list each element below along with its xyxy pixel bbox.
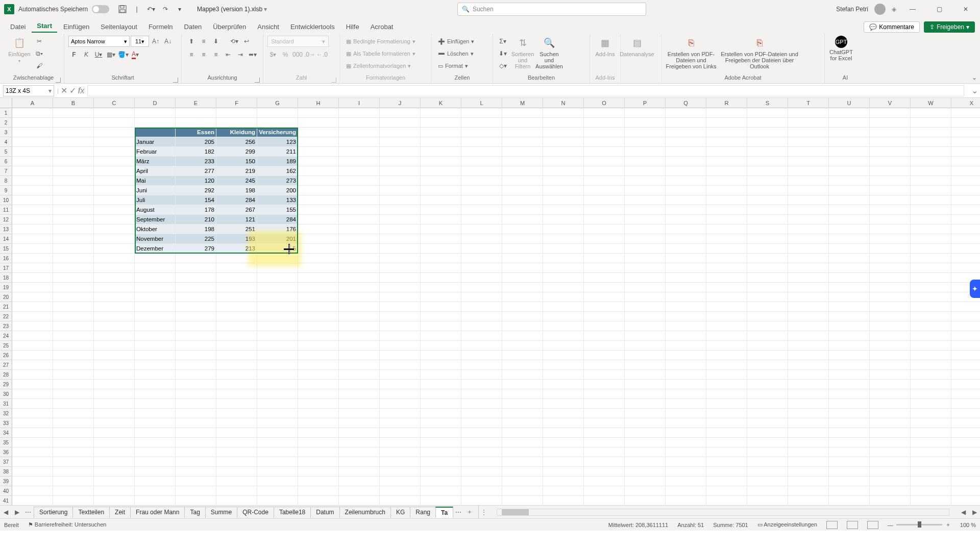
cell-T17[interactable] <box>788 263 829 273</box>
cell-E6[interactable]: 233 <box>176 157 216 166</box>
col-header-J[interactable]: J <box>380 98 421 108</box>
cell-B13[interactable] <box>53 224 94 234</box>
cell-D23[interactable] <box>135 321 176 331</box>
cell-B19[interactable] <box>53 283 94 292</box>
cell-M7[interactable] <box>502 166 543 176</box>
col-header-O[interactable]: O <box>584 98 625 108</box>
cell-J36[interactable] <box>380 447 421 457</box>
cell-S34[interactable] <box>747 428 788 438</box>
cell-G34[interactable] <box>257 428 298 438</box>
col-header-G[interactable]: G <box>257 98 298 108</box>
cell-D6[interactable]: März <box>135 157 176 166</box>
cell-B29[interactable] <box>53 380 94 389</box>
cell-U25[interactable] <box>829 341 870 350</box>
cell-E33[interactable] <box>176 418 216 428</box>
cell-K10[interactable] <box>421 195 461 205</box>
cell-E19[interactable] <box>176 283 216 292</box>
cell-U13[interactable] <box>829 224 870 234</box>
cell-P38[interactable] <box>625 467 666 477</box>
cell-H28[interactable] <box>298 370 339 380</box>
cell-O26[interactable] <box>584 350 625 360</box>
cell-W36[interactable] <box>911 447 951 457</box>
cell-N11[interactable] <box>543 205 584 215</box>
cell-K2[interactable] <box>421 118 461 128</box>
cell-B24[interactable] <box>53 331 94 341</box>
cell-X1[interactable] <box>951 108 980 118</box>
cell-P17[interactable] <box>625 263 666 273</box>
cell-F29[interactable] <box>216 380 257 389</box>
cell-K9[interactable] <box>421 186 461 195</box>
cell-C11[interactable] <box>94 205 135 215</box>
cell-B3[interactable] <box>53 128 94 137</box>
cell-K11[interactable] <box>421 205 461 215</box>
cell-J12[interactable] <box>380 215 421 224</box>
cell-A39[interactable] <box>12 477 53 486</box>
cell-Q5[interactable] <box>666 147 706 157</box>
cell-S14[interactable] <box>747 234 788 244</box>
cell-B12[interactable] <box>53 215 94 224</box>
col-header-W[interactable]: W <box>911 98 951 108</box>
sheet-nav-prev[interactable]: ◀ <box>0 509 11 516</box>
cell-B40[interactable] <box>53 486 94 496</box>
cell-O41[interactable] <box>584 496 625 505</box>
cell-B2[interactable] <box>53 118 94 128</box>
cell-H32[interactable] <box>298 409 339 418</box>
cell-V25[interactable] <box>870 341 911 350</box>
scroll-right[interactable]: ▶ <box>969 509 980 516</box>
cell-C40[interactable] <box>94 486 135 496</box>
cell-T34[interactable] <box>788 428 829 438</box>
cell-W5[interactable] <box>911 147 951 157</box>
cell-U1[interactable] <box>829 108 870 118</box>
row-header-26[interactable]: 26 <box>0 350 12 360</box>
row-header-19[interactable]: 19 <box>0 283 12 292</box>
cell-M8[interactable] <box>502 176 543 186</box>
cell-R22[interactable] <box>706 312 747 321</box>
conditional-formatting[interactable]: ▦ Bedingte Formatierung ▾ <box>344 36 418 47</box>
fill-icon[interactable]: ⬇▾ <box>497 48 508 59</box>
cell-H41[interactable] <box>298 496 339 505</box>
cell-F18[interactable] <box>216 273 257 283</box>
cell-G22[interactable] <box>257 312 298 321</box>
cell-K3[interactable] <box>421 128 461 137</box>
cell-C19[interactable] <box>94 283 135 292</box>
cell-J29[interactable] <box>380 380 421 389</box>
cell-C38[interactable] <box>94 467 135 477</box>
cell-V30[interactable] <box>870 389 911 399</box>
col-header-N[interactable]: N <box>543 98 584 108</box>
sheet-tab-rang[interactable]: Rang <box>410 507 436 518</box>
cell-Q17[interactable] <box>666 263 706 273</box>
cell-R19[interactable] <box>706 283 747 292</box>
row-header-21[interactable]: 21 <box>0 302 12 312</box>
row-header-1[interactable]: 1 <box>0 108 12 118</box>
cell-L17[interactable] <box>461 263 502 273</box>
cell-T22[interactable] <box>788 312 829 321</box>
cell-A23[interactable] <box>12 321 53 331</box>
cell-E30[interactable] <box>176 389 216 399</box>
cell-G25[interactable] <box>257 341 298 350</box>
sheet-nav-next[interactable]: ▶ <box>11 509 22 516</box>
cell-L28[interactable] <box>461 370 502 380</box>
cell-S35[interactable] <box>747 438 788 447</box>
cell-U9[interactable] <box>829 186 870 195</box>
cell-H1[interactable] <box>298 108 339 118</box>
cell-I11[interactable] <box>339 205 380 215</box>
cell-W17[interactable] <box>911 263 951 273</box>
cell-Q15[interactable] <box>666 244 706 254</box>
cell-E22[interactable] <box>176 312 216 321</box>
cell-M22[interactable] <box>502 312 543 321</box>
cell-Q16[interactable] <box>666 254 706 263</box>
cell-N35[interactable] <box>543 438 584 447</box>
cell-A25[interactable] <box>12 341 53 350</box>
cell-T8[interactable] <box>788 176 829 186</box>
cell-M27[interactable] <box>502 360 543 370</box>
cell-T37[interactable] <box>788 457 829 467</box>
cell-X27[interactable] <box>951 360 980 370</box>
cell-S7[interactable] <box>747 166 788 176</box>
cell-W19[interactable] <box>911 283 951 292</box>
cell-G21[interactable] <box>257 302 298 312</box>
cell-R20[interactable] <box>706 292 747 302</box>
cell-T14[interactable] <box>788 234 829 244</box>
cell-U41[interactable] <box>829 496 870 505</box>
cell-U31[interactable] <box>829 399 870 409</box>
orientation-icon[interactable]: ⟲▾ <box>229 36 240 47</box>
